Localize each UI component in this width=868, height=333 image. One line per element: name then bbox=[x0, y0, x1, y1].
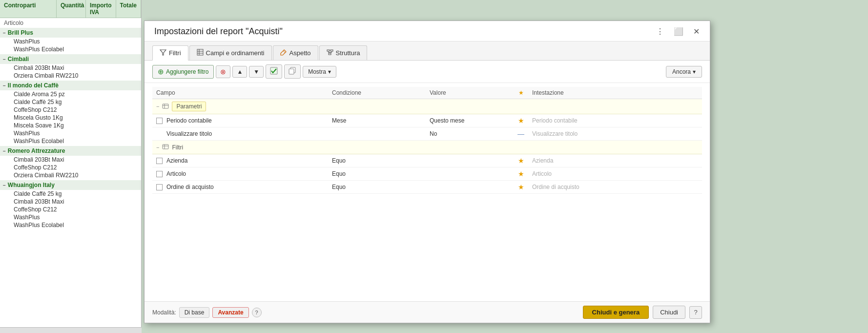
toggle-il-mondo-del-caffe[interactable]: − bbox=[3, 83, 6, 88]
dropdown-arrow-icon: ▾ bbox=[328, 68, 331, 75]
add-filter-button[interactable]: ⊕ Aggiungere filtro bbox=[152, 65, 214, 79]
toggle-whuaingjon[interactable]: − bbox=[3, 183, 6, 188]
ancora-button[interactable]: Ancora ▾ bbox=[666, 66, 702, 78]
list-item[interactable]: Orziera Cimbali RW2210 bbox=[0, 171, 141, 179]
group-il-mondo-del-caffe[interactable]: − Il mondo del Caffè bbox=[0, 81, 141, 90]
valore-articolo bbox=[426, 167, 514, 181]
check-button[interactable] bbox=[266, 64, 282, 79]
close-dialog-button[interactable]: ✕ bbox=[691, 26, 702, 37]
table-row: Azienda Equo ★ Azienda bbox=[152, 154, 702, 167]
tab-struttura[interactable]: Struttura bbox=[319, 45, 368, 60]
structure-icon bbox=[327, 49, 333, 57]
list-item[interactable]: CoffeShop C212 bbox=[0, 164, 141, 171]
filter-icon bbox=[160, 49, 166, 57]
modalita-label: Modalità: bbox=[152, 309, 176, 316]
list-item[interactable]: Miscela Gusto 1Kg bbox=[0, 114, 141, 122]
group-cimbali[interactable]: − Cimbali bbox=[0, 54, 141, 64]
group-whuaingjon[interactable]: − Whuaingjon Italy bbox=[0, 180, 141, 190]
dialog-titlebar: Impostazioni del report "Acquisti" ⋮ ⬜ ✕ bbox=[145, 21, 710, 42]
filter-table-container: Campo Condizione Valore ★ Intestazione − bbox=[145, 83, 710, 301]
table-row: Ordine di acquisto Equo ★ Ordine di acqu… bbox=[152, 181, 702, 194]
check-icon bbox=[270, 67, 278, 76]
star-ordine[interactable]: ★ bbox=[518, 183, 524, 191]
group-romero[interactable]: − Romero Attrezzature bbox=[0, 146, 141, 156]
footer-right: Chiudi e genera Chiudi ? bbox=[583, 306, 702, 319]
star-articolo[interactable]: ★ bbox=[518, 170, 524, 178]
star-visualizzare[interactable]: — bbox=[517, 130, 524, 138]
svg-rect-8 bbox=[329, 53, 331, 55]
svg-rect-6 bbox=[327, 50, 330, 51]
move-down-button[interactable]: ▼ bbox=[249, 66, 264, 78]
th-condizione: Condizione bbox=[328, 87, 426, 99]
toggle-romero[interactable]: − bbox=[3, 148, 6, 154]
dialog-title-actions: ⋮ ⬜ ✕ bbox=[654, 26, 702, 37]
group-row-filtri: − Filtri bbox=[152, 141, 702, 154]
maximize-button[interactable]: ⬜ bbox=[671, 26, 686, 37]
avanzate-button[interactable]: Avanzate bbox=[212, 307, 248, 318]
collapse-filtri-icon[interactable]: − bbox=[156, 145, 159, 150]
list-item[interactable]: CoffeShop C212 bbox=[0, 206, 141, 213]
articolo-subheader: Articolo bbox=[0, 19, 141, 27]
checkbox-azienda[interactable] bbox=[156, 158, 163, 164]
question-button[interactable]: ? bbox=[689, 306, 702, 319]
remove-filter-button[interactable]: ⊗ bbox=[216, 65, 230, 78]
svg-rect-1 bbox=[197, 49, 203, 55]
brush-icon bbox=[280, 49, 287, 57]
list-item[interactable]: CoffeShop C212 bbox=[0, 106, 141, 114]
footer-left: Modalità: Di base Avanzate ? bbox=[152, 307, 262, 318]
toggle-cimbali[interactable]: − bbox=[3, 57, 6, 62]
chiudi-button[interactable]: Chiudi bbox=[653, 306, 685, 319]
checkbox-articolo[interactable] bbox=[156, 171, 163, 177]
di-base-button[interactable]: Di base bbox=[179, 307, 210, 318]
list-item[interactable]: Cimbali 203Bt Maxi bbox=[0, 64, 141, 72]
list-item[interactable]: Cialde Caffè 25 kg bbox=[0, 98, 141, 106]
svg-rect-19 bbox=[163, 145, 168, 149]
checkbox-ordine[interactable] bbox=[156, 184, 163, 190]
filter-table: Campo Condizione Valore ★ Intestazione − bbox=[152, 87, 702, 194]
list-item[interactable]: WashPlus Ecolabel bbox=[0, 221, 141, 229]
valore-periodo: Questo mese bbox=[426, 114, 514, 127]
tab-campi-ordinamenti[interactable]: Campi e ordinamenti bbox=[189, 45, 272, 60]
star-azienda[interactable]: ★ bbox=[518, 157, 524, 165]
svg-rect-15 bbox=[289, 69, 294, 74]
valore-visualizzare: No bbox=[426, 127, 514, 141]
more-options-button[interactable]: ⋮ bbox=[654, 26, 666, 37]
help-button[interactable]: ? bbox=[252, 308, 262, 317]
campo-ordine: Ordine di acquisto bbox=[166, 184, 214, 190]
list-item[interactable]: WashPlus Ecolabel bbox=[0, 137, 141, 145]
list-item[interactable]: Cialde Aroma 25 pz bbox=[0, 90, 141, 98]
th-campo: Campo bbox=[152, 87, 328, 99]
tab-aspetto[interactable]: Aspetto bbox=[273, 45, 318, 60]
arrow-up-icon: ▲ bbox=[237, 68, 243, 75]
group-brill-plus[interactable]: − Brill Plus bbox=[0, 28, 141, 38]
condizione-visualizzare bbox=[328, 127, 426, 141]
table-header: Controparti Quantità Importo IVA Totale bbox=[0, 0, 141, 18]
condizione-articolo: Equo bbox=[328, 167, 426, 181]
show-dropdown-button[interactable]: Mostra ▾ bbox=[303, 66, 336, 78]
horizontal-scrollbar[interactable] bbox=[0, 327, 142, 333]
table-body: Articolo − Brill Plus WashPlus WashPlus … bbox=[0, 18, 141, 230]
toggle-brill-plus[interactable]: − bbox=[3, 30, 6, 36]
ancora-arrow-icon: ▾ bbox=[693, 68, 696, 75]
list-item[interactable]: Miscela Soave 1Kg bbox=[0, 122, 141, 129]
copy-button[interactable] bbox=[284, 64, 301, 79]
list-item[interactable]: WashPlus bbox=[0, 129, 141, 137]
list-item[interactable]: Cimbali 203Bt Maxi bbox=[0, 198, 141, 206]
list-item[interactable]: WashPlus Ecolabel bbox=[0, 45, 141, 53]
list-item[interactable]: WashPlus bbox=[0, 213, 141, 221]
list-item[interactable]: Orziera Cimbali RW2210 bbox=[0, 72, 141, 80]
remove-icon: ⊗ bbox=[220, 68, 226, 76]
intestazione-articolo: Articolo bbox=[532, 170, 552, 177]
list-item[interactable]: WashPlus bbox=[0, 38, 141, 45]
campo-articolo: Articolo bbox=[166, 170, 186, 177]
list-item[interactable]: Cimbali 203Bt Maxi bbox=[0, 156, 141, 164]
intestazione-visualizzare: Visualizzare titolo bbox=[532, 130, 578, 137]
tab-filtri[interactable]: Filtri bbox=[152, 45, 188, 61]
move-up-button[interactable]: ▲ bbox=[232, 66, 247, 78]
list-item[interactable]: Cialde Caffè 25 kg bbox=[0, 190, 141, 198]
checkbox-periodo[interactable] bbox=[156, 118, 163, 124]
star-periodo[interactable]: ★ bbox=[518, 117, 524, 125]
collapse-parametri-icon[interactable]: − bbox=[156, 104, 159, 109]
parametri-label: Parametri bbox=[172, 102, 206, 111]
chiudi-genera-button[interactable]: Chiudi e genera bbox=[583, 306, 649, 319]
